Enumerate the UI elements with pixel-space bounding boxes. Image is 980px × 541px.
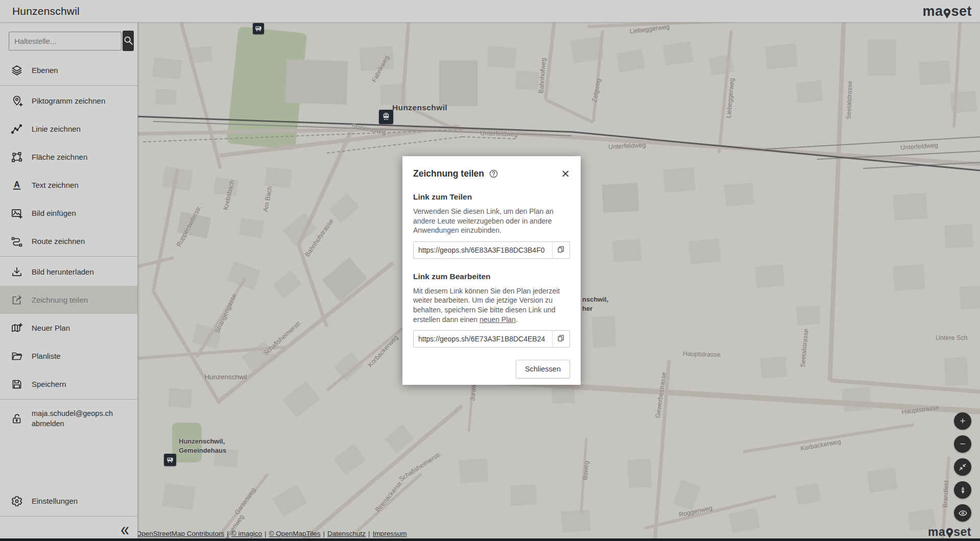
share-link-heading: Link zum Teilen [413,192,570,202]
copy-icon [557,334,565,344]
close-icon[interactable]: ✕ [561,168,570,179]
share-dialog: Zeichnung teilen ✕ Link zum Teilen Verwe… [402,156,581,385]
dialog-title: Zeichnung teilen [413,168,484,179]
new-plan-link[interactable]: neuen Plan [480,315,516,324]
share-link-row [413,241,570,259]
share-link-description: Verwenden Sie diesen Link, um den Plan a… [413,207,570,235]
edit-link-description: Mit diesem Link können Sie den Plan jede… [413,286,570,324]
copy-edit-link-button[interactable] [552,331,569,347]
edit-link-heading: Link zum Bearbeiten [413,272,570,281]
copy-icon [557,245,565,255]
edit-link-input[interactable] [414,335,552,343]
copy-share-link-button[interactable] [552,242,569,258]
close-dialog-button[interactable]: Schliessen [516,360,570,378]
dialog-footer: Schliessen [413,360,570,378]
app-window: FabrikwegBahnhofwegZelgwegLiebeggerwegLi… [0,0,980,541]
edit-link-text-end: . [516,315,518,324]
dialog-header: Zeichnung teilen ✕ [413,168,570,179]
edit-link-row [413,330,570,348]
share-link-input[interactable] [414,246,552,254]
help-icon[interactable] [489,169,498,179]
